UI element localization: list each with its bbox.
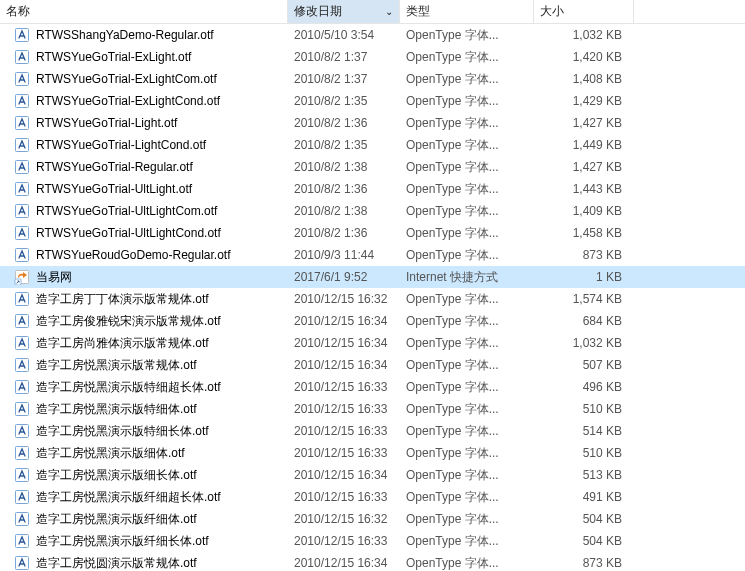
column-header-name[interactable]: 名称 [0,0,288,23]
file-row[interactable]: 造字工房悦黑演示版特细体.otf2010/12/15 16:33OpenType… [0,398,745,420]
font-file-icon [14,511,30,527]
file-rows: RTWSShangYaDemo-Regular.otf2010/5/10 3:5… [0,24,745,571]
file-type-cell: OpenType 字体... [400,159,534,176]
file-size-cell: 1,409 KB [534,204,634,218]
file-size-cell: 513 KB [534,468,634,482]
file-size-cell: 504 KB [534,534,634,548]
file-size-cell: 873 KB [534,248,634,262]
column-header-type-label: 类型 [406,3,430,20]
file-size-cell: 507 KB [534,358,634,372]
file-size-cell: 1,427 KB [534,160,634,174]
file-name-label: 造字工房悦黑演示版特细体.otf [36,401,197,418]
file-row[interactable]: RTWSYueGoTrial-Regular.otf2010/8/2 1:38O… [0,156,745,178]
file-name-cell: 造字工房悦黑演示版纤细长体.otf [0,533,288,550]
file-date-cell: 2010/8/2 1:38 [288,160,400,174]
file-date-cell: 2010/8/2 1:35 [288,94,400,108]
file-name-cell: RTWSYueGoTrial-ExLight.otf [0,49,288,65]
file-size-cell: 684 KB [534,314,634,328]
file-row[interactable]: 造字工房悦黑演示版特细长体.otf2010/12/15 16:33OpenTyp… [0,420,745,442]
file-name-label: 造字工房悦圆演示版常规体.otf [36,555,197,572]
file-name-label: RTWSShangYaDemo-Regular.otf [36,28,214,42]
font-file-icon [14,357,30,373]
file-row[interactable]: 造字工房悦圆演示版常规体.otf2010/12/15 16:34OpenType… [0,552,745,571]
file-type-cell: OpenType 字体... [400,225,534,242]
font-file-icon [14,27,30,43]
file-row[interactable]: 造字工房悦黑演示版纤细长体.otf2010/12/15 16:33OpenTyp… [0,530,745,552]
file-row[interactable]: RTWSYueGoTrial-ExLight.otf2010/8/2 1:37O… [0,46,745,68]
file-name-label: RTWSYueGoTrial-ExLightCond.otf [36,94,220,108]
file-type-cell: OpenType 字体... [400,247,534,264]
font-file-icon [14,115,30,131]
file-name-cell: 造字工房悦圆演示版常规体.otf [0,555,288,572]
internet-shortcut-icon [14,269,30,285]
file-date-cell: 2010/12/15 16:33 [288,424,400,438]
font-file-icon [14,489,30,505]
file-type-cell: OpenType 字体... [400,379,534,396]
file-row[interactable]: 造字工房悦黑演示版纤细超长体.otf2010/12/15 16:33OpenTy… [0,486,745,508]
file-row[interactable]: RTWSYueGoTrial-UltLightCom.otf2010/8/2 1… [0,200,745,222]
file-row[interactable]: RTWSShangYaDemo-Regular.otf2010/5/10 3:5… [0,24,745,46]
file-name-cell: 造字工房悦黑演示版纤细超长体.otf [0,489,288,506]
file-type-cell: OpenType 字体... [400,511,534,528]
font-file-icon [14,71,30,87]
file-name-cell: RTWSYueRoudGoDemo-Regular.otf [0,247,288,263]
file-type-cell: OpenType 字体... [400,313,534,330]
file-name-label: 造字工房悦黑演示版细长体.otf [36,467,197,484]
font-file-icon [14,49,30,65]
font-file-icon [14,467,30,483]
file-row[interactable]: 造字工房悦黑演示版常规体.otf2010/12/15 16:34OpenType… [0,354,745,376]
file-row[interactable]: 造字工房俊雅锐宋演示版常规体.otf2010/12/15 16:34OpenTy… [0,310,745,332]
file-type-cell: OpenType 字体... [400,137,534,154]
file-date-cell: 2010/12/15 16:33 [288,446,400,460]
file-row[interactable]: 造字工房悦黑演示版纤细体.otf2010/12/15 16:32OpenType… [0,508,745,530]
file-type-cell: OpenType 字体... [400,49,534,66]
column-header-date[interactable]: 修改日期 ⌄ [288,0,400,23]
file-row[interactable]: RTWSYueGoTrial-LightCond.otf2010/8/2 1:3… [0,134,745,156]
file-row[interactable]: 造字工房悦黑演示版细体.otf2010/12/15 16:33OpenType … [0,442,745,464]
file-size-cell: 1,443 KB [534,182,634,196]
file-name-cell: 造字工房尚雅体演示版常规体.otf [0,335,288,352]
file-size-cell: 1,449 KB [534,138,634,152]
file-size-cell: 1,420 KB [534,50,634,64]
file-type-cell: OpenType 字体... [400,115,534,132]
font-file-icon [14,533,30,549]
file-name-cell: RTWSShangYaDemo-Regular.otf [0,27,288,43]
file-row[interactable]: RTWSYueGoTrial-ExLightCom.otf2010/8/2 1:… [0,68,745,90]
file-row[interactable]: 造字工房尚雅体演示版常规体.otf2010/12/15 16:34OpenTyp… [0,332,745,354]
font-file-icon [14,225,30,241]
column-header-row: 名称 修改日期 ⌄ 类型 大小 [0,0,745,24]
file-name-cell: RTWSYueGoTrial-UltLight.otf [0,181,288,197]
font-file-icon [14,379,30,395]
column-header-type[interactable]: 类型 [400,0,534,23]
file-date-cell: 2010/12/15 16:34 [288,336,400,350]
file-name-label: 当易网 [36,269,72,286]
file-row[interactable]: RTWSYueGoTrial-UltLightCond.otf2010/8/2 … [0,222,745,244]
file-row[interactable]: 造字工房丁丁体演示版常规体.otf2010/12/15 16:32OpenTyp… [0,288,745,310]
file-date-cell: 2010/12/15 16:34 [288,468,400,482]
font-file-icon [14,401,30,417]
file-row[interactable]: 造字工房悦黑演示版细长体.otf2010/12/15 16:34OpenType… [0,464,745,486]
column-header-size[interactable]: 大小 [534,0,634,23]
file-name-cell: 造字工房俊雅锐宋演示版常规体.otf [0,313,288,330]
file-name-cell: RTWSYueGoTrial-Regular.otf [0,159,288,175]
file-row[interactable]: RTWSYueGoTrial-ExLightCond.otf2010/8/2 1… [0,90,745,112]
file-row[interactable]: RTWSYueGoTrial-Light.otf2010/8/2 1:36Ope… [0,112,745,134]
file-row[interactable]: RTWSYueGoTrial-UltLight.otf2010/8/2 1:36… [0,178,745,200]
file-type-cell: OpenType 字体... [400,27,534,44]
file-date-cell: 2010/12/15 16:32 [288,292,400,306]
file-name-cell: 造字工房悦黑演示版特细体.otf [0,401,288,418]
font-file-icon [14,445,30,461]
file-row[interactable]: RTWSYueRoudGoDemo-Regular.otf2010/9/3 11… [0,244,745,266]
file-date-cell: 2010/12/15 16:33 [288,490,400,504]
file-name-label: RTWSYueGoTrial-LightCond.otf [36,138,206,152]
file-name-cell: RTWSYueGoTrial-ExLightCond.otf [0,93,288,109]
file-row[interactable]: 当易网2017/6/1 9:52Internet 快捷方式1 KB [0,266,745,288]
file-type-cell: OpenType 字体... [400,93,534,110]
file-name-cell: 造字工房悦黑演示版细体.otf [0,445,288,462]
file-size-cell: 1,429 KB [534,94,634,108]
file-date-cell: 2010/8/2 1:38 [288,204,400,218]
file-type-cell: OpenType 字体... [400,181,534,198]
file-name-label: 造字工房悦黑演示版细体.otf [36,445,185,462]
file-row[interactable]: 造字工房悦黑演示版特细超长体.otf2010/12/15 16:33OpenTy… [0,376,745,398]
file-name-cell: RTWSYueGoTrial-ExLightCom.otf [0,71,288,87]
